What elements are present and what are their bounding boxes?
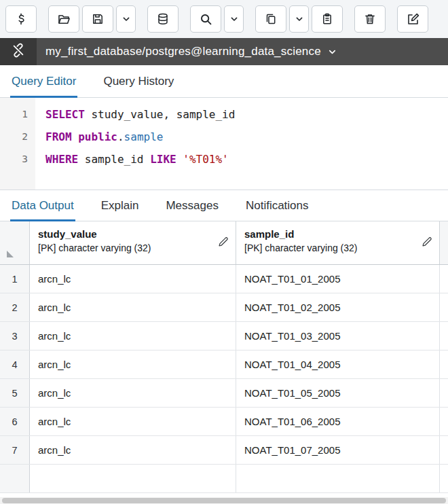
- open-file-button[interactable]: [48, 5, 79, 33]
- column-name: study_value: [38, 228, 214, 240]
- edit-group: [397, 5, 428, 33]
- cell-study-value[interactable]: arcn_lc: [30, 350, 236, 378]
- row-number[interactable]: 1: [0, 265, 30, 293]
- edit-column-icon[interactable]: [217, 236, 229, 251]
- paste-button[interactable]: [312, 5, 343, 33]
- cell-sample-id[interactable]: NOAT_T01_06_2005: [236, 408, 440, 435]
- new-row: [0, 465, 448, 493]
- grid-body: 1arcn_lcNOAT_T01_01_20052arcn_lcNOAT_T01…: [0, 265, 448, 493]
- delete-button[interactable]: [354, 5, 386, 33]
- table-row: 7arcn_lcNOAT_T01_07_2005: [0, 436, 448, 465]
- database-button[interactable]: [147, 5, 179, 33]
- select-all-triangle-icon: [5, 249, 16, 259]
- line-number: 2: [0, 126, 35, 148]
- connection-icon: [11, 43, 26, 60]
- code-text: SELECT study_value, sample_id: [35, 103, 235, 126]
- copy-icon: [264, 12, 278, 26]
- table-row: 3arcn_lcNOAT_T01_03_2005: [0, 322, 448, 350]
- find-button[interactable]: [190, 5, 221, 33]
- save-icon: [91, 12, 105, 26]
- tab-explain[interactable]: Explain: [100, 190, 141, 221]
- paste-icon: [320, 12, 334, 26]
- edit-button[interactable]: [397, 5, 428, 33]
- toolbar: [0, 0, 448, 38]
- save-options-button[interactable]: [116, 5, 136, 33]
- row-number[interactable]: 6: [0, 408, 30, 435]
- tab-messages[interactable]: Messages: [164, 190, 219, 221]
- table-row: 6arcn_lcNOAT_T01_06_2005: [0, 408, 448, 436]
- search-icon: [199, 12, 213, 26]
- row-number[interactable]: 5: [0, 379, 30, 407]
- database-group: [147, 5, 179, 33]
- macros-icon: [14, 12, 28, 26]
- connection-label[interactable]: my_first_database/postgres@learning_data…: [45, 45, 321, 58]
- cell-study-value[interactable]: arcn_lc: [30, 436, 236, 464]
- output-tabs: Data OutputExplainMessagesNotifications: [0, 190, 448, 221]
- open-file-icon: [57, 12, 71, 26]
- horizontal-scrollbar[interactable]: [0, 497, 448, 504]
- column-header-sample-id[interactable]: sample_id [PK] character varying (32): [236, 221, 440, 264]
- grid-header: study_value [PK] character varying (32) …: [0, 221, 448, 265]
- sql-line[interactable]: 3WHERE sample_id LIKE '%T01%': [0, 148, 448, 170]
- copy-options-button[interactable]: [289, 5, 309, 33]
- tab-data-output[interactable]: Data Output: [10, 190, 75, 221]
- database-icon: [156, 12, 170, 26]
- sql-line[interactable]: 1SELECT study_value, sample_id: [0, 103, 448, 126]
- column-type: [PK] character varying (32): [244, 242, 417, 253]
- column-header-study-value[interactable]: study_value [PK] character varying (32): [30, 221, 236, 264]
- row-number[interactable]: [0, 465, 30, 492]
- connection-bar: my_first_database/postgres@learning_data…: [0, 38, 448, 65]
- cell-sample-id[interactable]: NOAT_T01_01_2005: [236, 265, 440, 293]
- file-group: [48, 5, 136, 33]
- table-row: 2arcn_lcNOAT_T01_02_2005: [0, 293, 448, 322]
- sql-line[interactable]: 2FROM public.sample: [0, 126, 448, 148]
- data-output-grid: study_value [PK] character varying (32) …: [0, 221, 448, 493]
- code-text: FROM public.sample: [35, 126, 163, 148]
- sql-editor[interactable]: 1SELECT study_value, sample_id2FROM publ…: [0, 98, 448, 190]
- trash-icon: [363, 12, 377, 26]
- cell-study-value[interactable]: arcn_lc: [30, 265, 236, 293]
- cell-sample-id[interactable]: NOAT_T01_04_2005: [236, 350, 440, 378]
- cell-sample-id[interactable]: NOAT_T01_03_2005: [236, 322, 440, 350]
- clipboard-group: [255, 5, 343, 33]
- row-number[interactable]: 7: [0, 436, 30, 464]
- editor-tabs: Query EditorQuery History: [0, 65, 448, 98]
- save-button[interactable]: [82, 5, 113, 33]
- find-options-button[interactable]: [224, 5, 244, 33]
- row-number[interactable]: 3: [0, 322, 30, 350]
- column-name: sample_id: [244, 228, 417, 240]
- cell-sample-id[interactable]: NOAT_T01_05_2005: [236, 379, 440, 407]
- copy-button[interactable]: [255, 5, 286, 33]
- row-number[interactable]: 4: [0, 350, 30, 378]
- cell-study-value[interactable]: arcn_lc: [30, 322, 236, 350]
- select-all-corner[interactable]: [0, 221, 30, 264]
- cell-study-value[interactable]: arcn_lc: [30, 293, 236, 321]
- connection-status[interactable]: [0, 38, 37, 65]
- find-group: [190, 5, 244, 33]
- cell-study-value[interactable]: arcn_lc: [30, 408, 236, 435]
- code-text: WHERE sample_id LIKE '%T01%': [35, 148, 229, 170]
- chevron-down-icon: [294, 14, 305, 24]
- cell-study-value[interactable]: arcn_lc: [30, 379, 236, 407]
- table-row: 4arcn_lcNOAT_T01_04_2005: [0, 350, 448, 379]
- connection-chevron-icon[interactable]: [327, 47, 337, 57]
- edit-column-icon[interactable]: [421, 236, 433, 251]
- line-number: 3: [0, 148, 35, 170]
- tab-query-editor[interactable]: Query Editor: [10, 65, 77, 97]
- row-number[interactable]: 2: [0, 293, 30, 321]
- pgadmin-query-tool: my_first_database/postgres@learning_data…: [0, 0, 448, 504]
- line-number: 1: [0, 103, 35, 126]
- table-row: 5arcn_lcNOAT_T01_05_2005: [0, 379, 448, 408]
- scrollbar-thumb[interactable]: [2, 498, 446, 503]
- macros-group: [5, 5, 37, 33]
- cell-sample-id[interactable]: NOAT_T01_02_2005: [236, 293, 440, 321]
- tab-notifications[interactable]: Notifications: [244, 190, 310, 221]
- cell-study-value[interactable]: [30, 465, 236, 492]
- macros-button[interactable]: [5, 5, 37, 33]
- edit-icon: [406, 12, 420, 26]
- column-type: [PK] character varying (32): [38, 242, 214, 253]
- tab-query-history[interactable]: Query History: [102, 65, 175, 97]
- cell-sample-id[interactable]: [236, 465, 440, 492]
- cell-sample-id[interactable]: NOAT_T01_07_2005: [236, 436, 440, 464]
- delete-group: [354, 5, 386, 33]
